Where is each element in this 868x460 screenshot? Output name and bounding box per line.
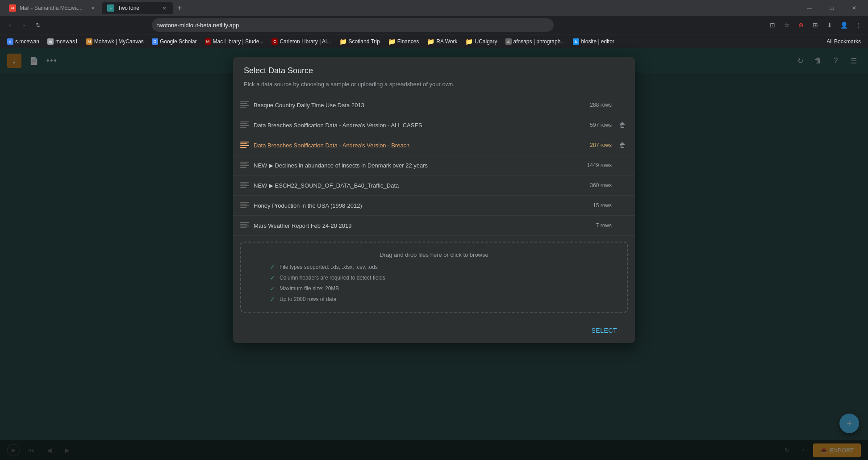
upload-check-text-4: Up to 2000 rows of data — [280, 296, 336, 302]
browser-toolbar-right: ⊡ ☆ ⊕ ⊞ ⬇ 👤 ⋮ — [766, 19, 864, 31]
download-icon[interactable]: ⬇ — [823, 19, 836, 31]
data-source-item-3[interactable]: Data Breaches Sonification Data - Andrea… — [233, 135, 635, 155]
bookmark-maclibrary[interactable]: M Mac Library | Stude... — [201, 37, 267, 46]
afnsaps-favicon: a — [505, 38, 512, 45]
mail-favicon: ✉ — [9, 4, 16, 12]
data-source-item-5[interactable]: NEW ▶ ESCH22_SOUND_OF_DATA_B40_Traffic_D… — [233, 176, 635, 196]
twotone-favicon: ♪ — [107, 4, 114, 12]
data-source-name-7: Mars Weather Report Feb 24-20 2019 — [254, 222, 596, 229]
extensions-icon[interactable]: ⊞ — [809, 19, 822, 31]
upload-check-text-3: Maximum file size: 20MB — [280, 285, 339, 292]
address-text: twotone-midiout-beta.netlify.app — [157, 22, 239, 29]
upload-check-text-2: Column headers are required to detect fi… — [280, 275, 387, 281]
bookmarks-bar: s s.mcewan m mcewas1 M Mohawk | MyCanvas… — [0, 34, 868, 48]
biosite-favicon: b — [573, 38, 579, 45]
bookmark-star-icon[interactable]: ☆ — [780, 19, 793, 31]
check-icon-2: ✓ — [270, 274, 275, 281]
data-source-rows-3: 287 rows — [590, 142, 612, 148]
select-button[interactable]: SELECT — [584, 323, 624, 338]
data-source-list[interactable]: Basque Country Daily Time Use Data 2013 … — [233, 95, 635, 236]
screenshot-icon[interactable]: ⊡ — [766, 19, 779, 31]
forward-button[interactable]: › — [18, 19, 30, 31]
ucalgary-folder-icon: 📁 — [465, 38, 473, 45]
data-source-rows-7: 7 rows — [596, 222, 612, 229]
check-icon-1: ✓ — [270, 263, 275, 271]
upload-check-text-1: File types supported: .xls, .xlsx, .csv,… — [280, 264, 378, 270]
close-button[interactable]: ✕ — [844, 0, 864, 16]
maximize-button[interactable]: □ — [822, 0, 842, 16]
bookmark-carleton[interactable]: C Carleton Library | Al... — [268, 37, 334, 46]
bookmark-smcewan[interactable]: s s.mcewan — [4, 37, 43, 46]
list-icon-7 — [240, 222, 249, 229]
check-icon-4: ✓ — [270, 296, 275, 303]
bookmark-scholar[interactable]: G Google Scholar — [148, 37, 200, 46]
finances-folder-icon: 📁 — [388, 38, 396, 45]
bookmark-finances[interactable]: 📁 Finances — [384, 36, 423, 47]
tab-twotone-title: TwoTone — [118, 5, 157, 11]
data-source-item-1[interactable]: Basque Country Daily Time Use Data 2013 … — [233, 95, 635, 115]
data-source-rows-1: 288 rows — [590, 102, 612, 108]
refresh-button[interactable]: ↻ — [32, 19, 45, 31]
list-icon-4 — [240, 162, 249, 169]
bookmark-scotland-label: Scotland Trip — [349, 38, 380, 45]
bookmark-ucalgary-label: UCalgary — [475, 38, 497, 45]
window-controls: — □ ✕ — [799, 0, 864, 16]
bookmark-ucalgary[interactable]: 📁 UCalgary — [462, 36, 501, 47]
tab-add-button[interactable]: + — [173, 2, 186, 14]
file-upload-area[interactable]: Drag and drop files here or click to bro… — [240, 242, 628, 313]
bookmark-biosite[interactable]: b biosite | editor — [569, 37, 618, 46]
data-source-item-2[interactable]: Data Breaches Sonification Data - Andrea… — [233, 115, 635, 135]
data-source-rows-6: 15 rows — [593, 202, 612, 209]
upload-check-3: ✓ Maximum file size: 20MB — [270, 285, 339, 292]
mcewas1-favicon: m — [47, 38, 54, 45]
minimize-button[interactable]: — — [799, 0, 820, 16]
bookmark-mcewas1[interactable]: m mcewas1 — [44, 37, 82, 46]
check-icon-3: ✓ — [270, 285, 275, 292]
address-bar[interactable]: twotone-midiout-beta.netlify.app — [152, 18, 554, 32]
bookmark-scotland[interactable]: 📁 Scotland Trip — [336, 36, 384, 47]
bookmark-mohawk[interactable]: M Mohawk | MyCanvas — [83, 37, 147, 46]
bookmark-rawork[interactable]: 📁 RA Work — [423, 36, 461, 47]
tab-mail[interactable]: ✉ Mail - Samantha McEwan - Ou... ✕ — [4, 2, 102, 14]
upload-check-1: ✓ File types supported: .xls, .xlsx, .cs… — [270, 263, 378, 271]
list-icon-2 — [240, 121, 249, 129]
list-icon-3 — [240, 142, 249, 149]
delete-button-2[interactable]: 🗑 — [617, 120, 628, 130]
select-data-source-modal: Select Data Source Pick a data source by… — [233, 57, 635, 343]
delete-button-3[interactable]: 🗑 — [617, 140, 628, 151]
data-source-item-7[interactable]: Mars Weather Report Feb 24-20 2019 7 row… — [233, 216, 635, 236]
modal-subtitle: Pick a data source by choosing a sample … — [233, 81, 635, 95]
scotland-folder-icon: 📁 — [339, 38, 347, 45]
app-area: ♩ 📄 ••• ↻ 🗑 ? ☰ Select Data Source Pick … — [0, 48, 868, 460]
carleton-favicon: C — [271, 38, 278, 45]
all-bookmarks-label: All Bookmarks — [826, 38, 861, 45]
rawork-folder-icon: 📁 — [427, 38, 434, 45]
bookmark-carleton-label: Carleton Library | Al... — [280, 38, 331, 45]
data-source-name-4: NEW ▶ Declines in abundance of insects i… — [254, 162, 587, 169]
address-bar-row: ‹ › ↻ twotone-midiout-beta.netlify.app ⊡… — [0, 16, 868, 34]
data-source-rows-5: 360 rows — [590, 182, 612, 188]
upload-check-4: ✓ Up to 2000 rows of data — [270, 296, 336, 303]
mohawk-favicon: M — [86, 38, 92, 45]
drag-drop-text: Drag and drop files here or click to bro… — [252, 251, 616, 258]
bookmark-afnsaps[interactable]: a afnsaps | phtograph... — [502, 37, 569, 46]
extension-icon[interactable]: ⊕ — [795, 19, 807, 31]
all-bookmarks[interactable]: All Bookmarks — [823, 37, 864, 46]
bookmark-mcewas1-label: mcewas1 — [55, 38, 78, 45]
data-source-item-8[interactable]: NYC 311 Call Volume by Agency Feb 1 - 10… — [233, 236, 635, 236]
data-source-name-1: Basque Country Daily Time Use Data 2013 — [254, 102, 590, 109]
tab-twotone[interactable]: ♪ TwoTone ✕ — [102, 2, 173, 14]
data-source-item-4[interactable]: NEW ▶ Declines in abundance of insects i… — [233, 155, 635, 176]
bookmark-scholar-label: Google Scholar — [160, 38, 197, 45]
browser-chrome: ✉ Mail - Samantha McEwan - Ou... ✕ ♪ Two… — [0, 0, 868, 48]
data-source-rows-2: 597 rows — [590, 122, 612, 128]
menu-icon[interactable]: ⋮ — [852, 19, 864, 31]
data-source-item-6[interactable]: Honey Production in the USA (1998-2012) … — [233, 196, 635, 216]
data-source-name-5: NEW ▶ ESCH22_SOUND_OF_DATA_B40_Traffic_D… — [254, 182, 590, 189]
tab-twotone-close[interactable]: ✕ — [161, 4, 168, 12]
back-button[interactable]: ‹ — [4, 19, 16, 31]
tab-mail-close[interactable]: ✕ — [89, 4, 96, 12]
profile-icon[interactable]: 👤 — [838, 19, 850, 31]
bookmark-afnsaps-label: afnsaps | phtograph... — [513, 38, 565, 45]
modal-title: Select Data Source — [233, 57, 635, 81]
